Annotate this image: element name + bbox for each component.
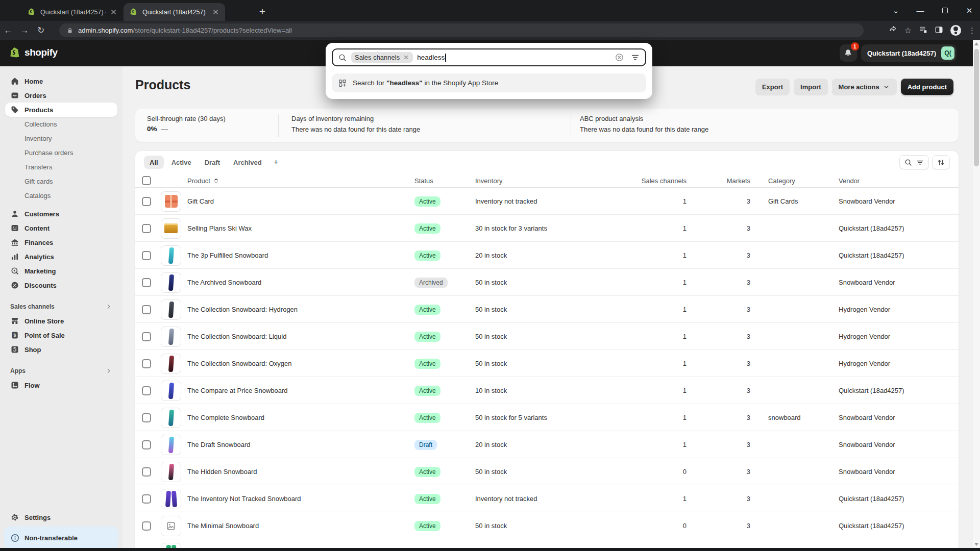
browser-menu-icon[interactable]: ⋮ (968, 26, 976, 35)
forward-icon[interactable]: → (16, 26, 33, 36)
table-row[interactable]: The Collection Snowboard: OxygenActive50… (135, 350, 959, 377)
more-actions-button[interactable]: More actions (832, 79, 897, 95)
tab-close-icon[interactable] (211, 8, 220, 16)
product-name[interactable]: The Collection Snowboard: Liquid (187, 323, 286, 350)
tab-close-icon[interactable] (109, 8, 118, 16)
store-menu[interactable]: Quickstart (18ad4257) Q( (861, 44, 957, 62)
column-header-product[interactable]: Product (187, 173, 220, 188)
add-product-button[interactable]: Add product (901, 79, 953, 95)
search-and-filter-button[interactable] (899, 155, 929, 169)
row-checkbox[interactable] (142, 440, 151, 449)
sidebar-item-flow[interactable]: Flow (5, 378, 117, 392)
browser-profile-avatar[interactable] (950, 25, 961, 36)
sort-button[interactable] (932, 155, 950, 169)
product-name[interactable]: Gift Card (187, 188, 214, 215)
row-checkbox[interactable] (142, 359, 151, 368)
product-name[interactable]: The Archived Snowboard (187, 269, 261, 296)
sidebar-item-orders[interactable]: Orders (5, 88, 117, 103)
sidebar-item-content[interactable]: Content (5, 221, 117, 235)
product-name[interactable]: The Complete Snowboard (187, 404, 264, 431)
sidebar-item-gift-cards[interactable]: Gift cards (5, 174, 117, 188)
search-filter-icon[interactable] (630, 53, 640, 62)
add-view-button[interactable]: + (270, 156, 283, 169)
sidebar-item-point-of-sale[interactable]: $Point of Sale (5, 328, 117, 342)
table-row[interactable]: Selling Plans Ski WaxActive30 in stock f… (135, 215, 959, 242)
row-checkbox[interactable] (142, 224, 151, 233)
sidebar-item-settings[interactable]: Settings (5, 510, 117, 524)
sidebar-item-shop[interactable]: Shop (5, 342, 117, 357)
table-row[interactable]: The Compare at Price SnowboardActive10 i… (135, 377, 959, 404)
row-checkbox[interactable] (142, 332, 151, 341)
bookmark-star-icon[interactable]: ☆ (904, 26, 912, 35)
row-checkbox[interactable] (142, 413, 151, 422)
row-checkbox[interactable] (142, 467, 151, 477)
view-tab-all[interactable]: All (144, 156, 164, 169)
row-checkbox[interactable] (142, 521, 151, 531)
share-icon[interactable] (889, 26, 897, 36)
sidebar-item-discounts[interactable]: Discounts (5, 278, 117, 292)
remove-filter-icon[interactable] (403, 54, 409, 61)
sidebar-item-products[interactable]: Products (5, 103, 117, 117)
search-suggestion[interactable]: Search for "headless" in the Shopify App… (332, 73, 646, 92)
url-bar[interactable]: admin.shopify.com/store/quickstart-18ad4… (59, 23, 864, 37)
sidebar-item-marketing[interactable]: Marketing (5, 264, 117, 278)
scroll-thumb[interactable] (974, 49, 979, 166)
reading-list-icon[interactable] (919, 26, 927, 36)
sidebar-item-transfers[interactable]: Transfers (5, 160, 117, 174)
sidebar-item-catalogs[interactable]: Catalogs (5, 188, 117, 203)
product-name[interactable]: The 3p Fulfilled Snowboard (187, 242, 268, 269)
import-button[interactable]: Import (794, 79, 827, 95)
sidebar-item-analytics[interactable]: Analytics (5, 249, 117, 264)
sidebar-section-apps[interactable]: Apps (5, 364, 117, 378)
product-name[interactable]: The Collection Snowboard: Oxygen (187, 350, 292, 377)
table-row[interactable]: The Collection Snowboard: LiquidActive50… (135, 323, 959, 350)
non-transferable-badge[interactable]: Non-transferable (4, 527, 118, 549)
scroll-down-arrow[interactable] (974, 543, 978, 546)
row-checkbox[interactable] (142, 197, 151, 206)
table-row[interactable]: The Minimal SnowboardActive50 in stock03… (135, 512, 959, 539)
sidebar-item-customers[interactable]: Customers (5, 207, 117, 221)
product-name[interactable]: The Compare at Price Snowboard (187, 377, 288, 404)
table-row[interactable]: The Collection Snowboard: HydrogenActive… (135, 296, 959, 323)
row-checkbox[interactable] (142, 386, 151, 395)
search-input[interactable]: Sales channels headless (332, 48, 646, 66)
close-icon[interactable]: ✕ (964, 5, 975, 16)
product-name[interactable]: Selling Plans Ski Wax (187, 215, 252, 242)
sidebar-item-purchase-orders[interactable]: Purchase orders (5, 145, 117, 160)
view-tab-draft[interactable]: Draft (199, 156, 226, 169)
minimize-icon[interactable]: — (915, 5, 926, 16)
table-row[interactable]: Gift CardActiveInventory not tracked13Gi… (135, 188, 959, 215)
table-row[interactable]: The Draft SnowboardDraft20 in stock13Sno… (135, 431, 959, 458)
product-name[interactable]: The Inventory Not Tracked Snowboard (187, 485, 301, 512)
scrollbar[interactable] (973, 40, 980, 551)
row-checkbox[interactable] (142, 305, 151, 314)
table-row[interactable]: The Inventory Not Tracked SnowboardActiv… (135, 485, 959, 512)
reload-icon[interactable]: ↻ (33, 25, 49, 36)
product-name[interactable]: The Hidden Snowboard (187, 458, 257, 485)
browser-tab[interactable]: Quickstart (18ad4257) · Products (124, 3, 225, 21)
chevron-down-icon[interactable]: ⌄ (890, 5, 901, 16)
side-panel-icon[interactable] (935, 26, 943, 36)
search-filter-pill[interactable]: Sales channels (351, 52, 413, 63)
sidebar-item-inventory[interactable]: Inventory (5, 131, 117, 145)
scroll-up-arrow[interactable] (974, 42, 978, 45)
table-row[interactable]: The Complete SnowboardActive50 in stock … (135, 404, 959, 431)
notifications-button[interactable]: 1 (840, 44, 857, 62)
sidebar-section-sales-channels[interactable]: Sales channels (5, 299, 117, 314)
table-row[interactable]: The 3p Fulfilled SnowboardActive20 in st… (135, 242, 959, 269)
view-tab-archived[interactable]: Archived (228, 156, 267, 169)
clear-search-icon[interactable] (615, 53, 624, 62)
sidebar-item-home[interactable]: Home (5, 74, 117, 88)
select-all-checkbox[interactable] (142, 176, 151, 185)
product-name[interactable]: The Draft Snowboard (187, 431, 251, 458)
view-tab-active[interactable]: Active (166, 156, 197, 169)
export-button[interactable]: Export (755, 79, 790, 95)
table-row[interactable]: The Archived SnowboardArchived50 in stoc… (135, 269, 959, 296)
sidebar-item-online-store[interactable]: Online Store (5, 314, 117, 328)
row-checkbox[interactable] (142, 278, 151, 287)
row-checkbox[interactable] (142, 494, 151, 504)
new-tab-button[interactable]: + (255, 5, 270, 19)
row-checkbox[interactable] (142, 251, 151, 260)
sidebar-item-collections[interactable]: Collections (5, 117, 117, 131)
table-row[interactable]: The Hidden SnowboardActive50 in stock03S… (135, 458, 959, 485)
